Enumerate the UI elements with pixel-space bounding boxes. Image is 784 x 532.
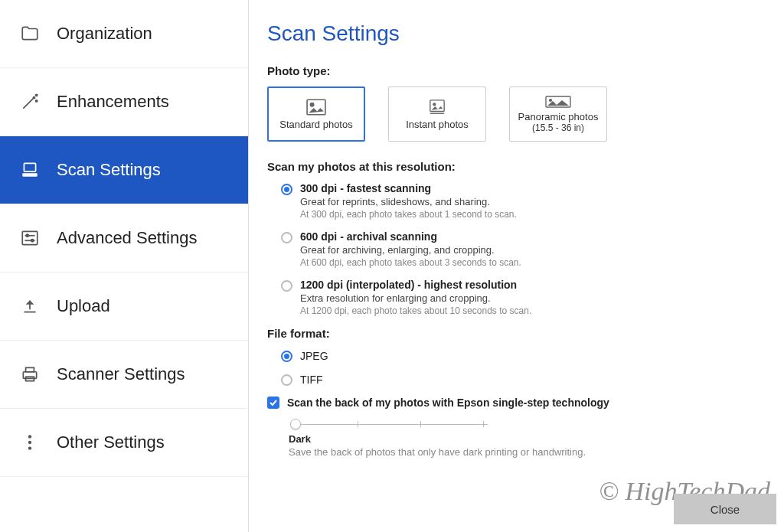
slider-desc: Save the back of photos that only have d… (289, 446, 758, 458)
svg-point-0 (33, 97, 34, 99)
svg-rect-5 (22, 231, 38, 244)
radio-note: At 600 dpi, each photo takes about 3 sec… (300, 257, 521, 268)
more-vertical-icon (20, 432, 40, 452)
radio-icon (281, 232, 292, 243)
sidebar-item-label: Enhancements (57, 92, 169, 112)
sidebar-item-enhancements[interactable]: Enhancements (0, 68, 248, 136)
radio-desc: Extra resolution for enlarging and cropp… (300, 292, 531, 304)
svg-point-23 (550, 99, 552, 101)
svg-point-16 (28, 446, 31, 449)
photo-type-label-text: Instant photos (406, 119, 469, 130)
file-format-jpeg[interactable]: JPEG (281, 349, 758, 362)
svg-point-1 (36, 100, 38, 102)
sidebar-item-label: Scanner Settings (57, 364, 185, 384)
resolution-1200[interactable]: 1200 dpi (interpolated) - highest resolu… (281, 279, 758, 316)
radio-desc: Great for archiving, enlarging, and crop… (300, 244, 521, 256)
resolution-label: Scan my photos at this resolution: (267, 160, 758, 173)
resolution-300[interactable]: 300 dpi - fastest scanning Great for rep… (281, 182, 758, 220)
scan-back-checkbox[interactable]: Scan the back of my photos with Epson si… (267, 397, 758, 409)
sidebar-item-label: Upload (57, 296, 110, 316)
sidebar-item-label: Advanced Settings (57, 228, 197, 248)
radio-icon (281, 280, 292, 292)
close-button-label: Close (710, 503, 740, 516)
sidebar: Organization Enhancements Scan Settings … (0, 0, 249, 532)
resolution-600[interactable]: 600 dpi - archival scanning Great for ar… (281, 230, 758, 268)
scan-back-slider[interactable] (289, 416, 488, 430)
slider-knob[interactable] (290, 419, 301, 429)
svg-point-15 (28, 441, 31, 444)
sliders-icon (20, 228, 40, 248)
radio-title: 300 dpi - fastest scanning (300, 182, 517, 194)
file-format-tiff[interactable]: TIFF (281, 373, 758, 386)
folder-icon (20, 24, 40, 44)
sidebar-item-other-settings[interactable]: Other Settings (0, 409, 248, 477)
radio-title: 600 dpi - archival scanning (300, 230, 521, 243)
sidebar-item-scan-settings[interactable]: Scan Settings (0, 136, 248, 204)
photo-type-sublabel: (15.5 - 36 in) (532, 122, 584, 133)
magic-wand-icon (20, 92, 40, 112)
photo-type-instant[interactable]: Instant photos (388, 86, 486, 142)
file-format-label: File format: (267, 327, 758, 340)
svg-point-14 (28, 435, 31, 438)
sidebar-item-label: Scan Settings (57, 160, 161, 180)
radio-icon (281, 374, 292, 386)
checkbox-label: Scan the back of my photos with Epson si… (287, 397, 609, 409)
slider-level-label: Dark (289, 433, 758, 445)
photo-type-standard[interactable]: Standard photos (267, 86, 365, 142)
close-button[interactable]: Close (674, 494, 776, 524)
photo-type-label: Photo type: (267, 64, 758, 77)
photo-type-label-text: Standard photos (279, 119, 352, 130)
sidebar-item-advanced-settings[interactable]: Advanced Settings (0, 204, 248, 273)
svg-point-20 (433, 103, 436, 105)
checkbox-icon (267, 397, 279, 409)
image-icon (306, 99, 326, 116)
image-icon (545, 96, 571, 108)
scanner-icon (20, 160, 40, 180)
main-panel: Scan Settings Photo type: Standard photo… (249, 0, 784, 532)
radio-icon (281, 184, 292, 195)
radio-label: JPEG (300, 350, 328, 362)
sidebar-item-organization[interactable]: Organization (0, 0, 248, 68)
svg-point-2 (36, 94, 38, 96)
radio-desc: Great for reprints, slideshows, and shar… (300, 196, 517, 207)
radio-title: 1200 dpi (interpolated) - highest resolu… (300, 279, 531, 291)
svg-point-18 (310, 103, 313, 106)
radio-note: At 300 dpi, each photo takes about 1 sec… (300, 209, 517, 220)
page-title: Scan Settings (267, 21, 758, 46)
radio-icon (281, 351, 292, 362)
upload-icon (20, 296, 40, 316)
image-icon (429, 99, 446, 116)
svg-rect-3 (24, 163, 35, 171)
photo-type-panoramic[interactable]: Panoramic photos (15.5 - 36 in) (509, 86, 607, 142)
sidebar-item-label: Other Settings (57, 432, 165, 452)
photo-type-label-text: Panoramic photos (518, 111, 599, 122)
radio-label: TIFF (300, 374, 323, 386)
printer-icon (20, 364, 40, 384)
resolution-group: 300 dpi - fastest scanning Great for rep… (281, 182, 758, 316)
sidebar-item-upload[interactable]: Upload (0, 273, 248, 341)
svg-point-8 (26, 234, 28, 237)
svg-rect-4 (22, 173, 38, 176)
sidebar-item-scanner-settings[interactable]: Scanner Settings (0, 341, 248, 409)
radio-note: At 1200 dpi, each photo takes about 10 s… (300, 305, 531, 316)
photo-type-row: Standard photos Instant photos Panoramic… (267, 86, 758, 142)
sidebar-item-label: Organization (57, 24, 152, 44)
svg-point-9 (31, 240, 34, 242)
